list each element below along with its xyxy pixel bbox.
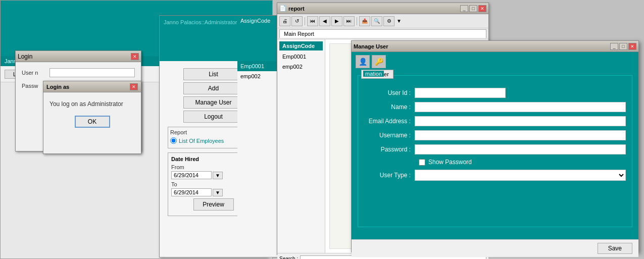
user-id-row: User Id : [364,88,626,98]
user-id-input[interactable] [415,88,506,98]
manage-user-titlebar: Manage User _ □ ✕ [352,41,638,52]
settings-dropdown[interactable]: ▼ [397,18,402,24]
loginas-message: You log on as Administrator [49,100,135,108]
preview-button[interactable]: Preview [193,198,234,211]
username-row: Username : [364,130,626,140]
manage-user-tool-btn-2[interactable]: 🔑 [372,55,386,68]
from-date-picker-btn[interactable]: ▼ [213,172,223,179]
user-type-row: User Type : [364,170,626,181]
login-dialog-win-buttons: ✕ [131,53,139,60]
manage-user-close-btn[interactable]: ✕ [628,43,636,50]
loginas-title-text: Login as [46,84,69,90]
loginas-win-buttons: ✕ [130,83,138,90]
report-maximize-btn[interactable]: □ [469,5,477,12]
print-icon[interactable]: 🖨 [279,16,290,26]
email-label: Email Address : [364,118,415,125]
manage-user-window: Manage User _ □ ✕ 👤 🔑 Add User mation Us… [351,40,639,252]
save-button[interactable]: Save [598,243,632,254]
email-row: Email Address : [364,116,626,126]
refresh-icon[interactable]: ↺ [291,16,303,26]
manage-user-win-buttons: _ □ ✕ [610,43,636,50]
report-assign-item[interactable]: emp002 [279,63,323,71]
loginas-titlebar: Login as ✕ [43,81,141,92]
user-type-label: User Type : [364,172,415,179]
report-win-buttons: _ □ ✕ [460,5,486,12]
main-report-tab[interactable]: Main Report [279,29,486,38]
show-password-checkbox[interactable] [419,159,425,166]
report-title-label: report [288,6,305,12]
manage-user-title-text: Manage User [354,43,388,49]
manage-user-section: Add User mation User Id : Name : Email A… [358,75,632,227]
first-page-icon[interactable]: ⏮ [307,16,318,26]
add-button[interactable]: Add [183,82,244,94]
loginas-ok-button[interactable]: OK [75,116,110,128]
from-date-input[interactable] [171,171,212,179]
report-assign-code-header: AssignCode [279,41,323,50]
report-tabs-bar: Main Report [277,28,488,39]
search-label: Search : [279,256,298,259]
report-toolbar: 🖨 ↺ ⏮ ◀ ▶ ⏭ 📤 🔍 ⚙ ▼ [277,14,488,28]
list-employees-label: List Of Employees [179,138,224,144]
loginas-body: You log on as Administrator OK [43,92,141,132]
report-title-icon: 📄 [279,5,286,12]
name-label: Name : [364,103,415,111]
password-label: Password : [364,146,415,153]
logout-button[interactable]: Logout [183,111,244,123]
next-page-icon[interactable]: ▶ [331,16,342,26]
report-close-btn[interactable]: ✕ [478,5,486,12]
manage-user-body: Add User mation User Id : Name : Email A… [352,71,638,239]
show-password-row: Show Password [364,159,626,166]
list-employees-radio-input[interactable] [170,137,177,144]
to-date-input[interactable] [171,188,212,196]
search-icon[interactable]: 🔍 [371,16,382,26]
username-input[interactable] [49,68,135,77]
to-date-picker-btn[interactable]: ▼ [213,189,223,196]
manage-user-maximize-btn[interactable]: □ [619,43,627,50]
report-sidebar: AssignCode Emp0001 emp002 [277,39,325,253]
main-panel-user-info: Janno Palacios::Administrator [164,19,237,25]
show-password-label: Show Password [428,159,472,166]
name-input[interactable] [415,102,626,112]
report-minimize-btn[interactable]: _ [460,5,468,12]
manage-user-minimize-btn[interactable]: _ [610,43,618,50]
user-type-select[interactable] [415,170,626,181]
username-row: User n [22,68,135,77]
list-button[interactable]: List [183,68,244,80]
report-titlebar: 📄 report _ □ ✕ [277,3,488,14]
login-dialog-titlebar: Login ✕ [16,51,141,62]
manage-user-toolbar: 👤 🔑 [352,52,638,71]
settings-icon[interactable]: ⚙ [383,16,394,26]
report-assign-item[interactable]: Emp0001 [279,53,323,61]
export-icon[interactable]: 📤 [359,16,370,26]
manage-user-section-title: mation [363,71,384,77]
loginas-close-btn[interactable]: ✕ [130,83,138,90]
last-page-icon[interactable]: ⏭ [343,16,355,26]
username-label: Username : [364,132,415,139]
email-input[interactable] [415,116,626,126]
username-input[interactable] [415,130,626,140]
loginas-dialog: Login as ✕ You log on as Administrator O… [43,81,141,154]
name-row: Name : [364,102,626,112]
prev-page-icon[interactable]: ◀ [319,16,330,26]
password-row: Password : [364,144,626,154]
login-dialog-title-text: Login [18,53,32,60]
manage-user-button[interactable]: Manage User [183,96,244,109]
user-id-label: User Id : [364,89,415,96]
report-title-text: 📄 report [279,5,305,12]
username-label: User n [22,70,49,76]
login-dialog-close-btn[interactable]: ✕ [131,53,139,60]
manage-user-footer: Save [352,239,638,257]
manage-user-tool-btn-1[interactable]: 👤 [356,55,370,68]
password-input[interactable] [415,144,626,154]
